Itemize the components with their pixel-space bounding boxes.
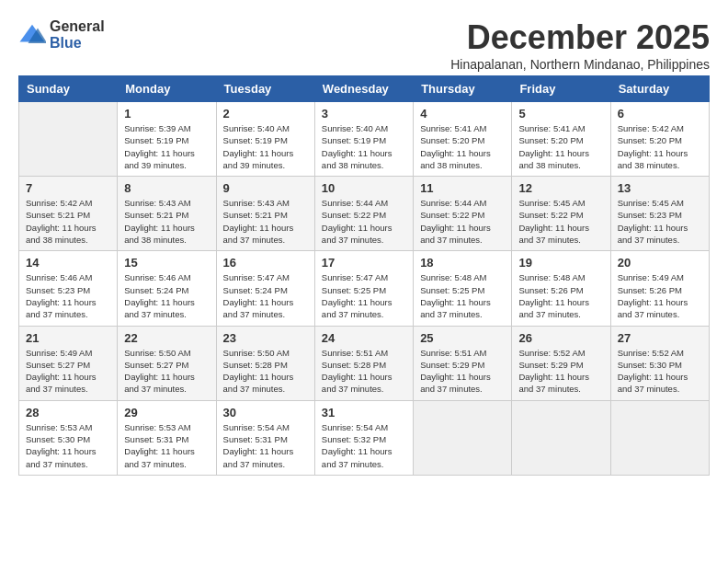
day-number: 21 [26, 331, 110, 345]
calendar-cell: 29Sunrise: 5:53 AM Sunset: 5:31 PM Dayli… [118, 400, 216, 475]
day-number: 31 [322, 406, 406, 419]
logo: General Blue [18, 18, 105, 51]
logo-blue-text: Blue [50, 35, 105, 52]
calendar-cell [19, 102, 118, 177]
calendar-cell: 23Sunrise: 5:50 AM Sunset: 5:28 PM Dayli… [216, 326, 314, 400]
calendar-cell: 17Sunrise: 5:47 AM Sunset: 5:25 PM Dayli… [314, 251, 413, 326]
day-number: 27 [618, 331, 702, 345]
cell-info: Sunrise: 5:44 AM Sunset: 5:22 PM Dayligh… [322, 197, 406, 246]
day-number: 5 [518, 107, 603, 121]
day-number: 10 [322, 181, 406, 195]
day-number: 20 [618, 256, 702, 270]
week-row-2: 7Sunrise: 5:42 AM Sunset: 5:21 PM Daylig… [19, 177, 710, 251]
calendar-cell: 2Sunrise: 5:40 AM Sunset: 5:19 PM Daylig… [216, 102, 314, 177]
calendar-cell: 19Sunrise: 5:48 AM Sunset: 5:26 PM Dayli… [512, 251, 610, 326]
calendar-cell: 31Sunrise: 5:54 AM Sunset: 5:32 PM Dayli… [314, 400, 413, 475]
day-number: 19 [518, 256, 603, 270]
calendar-cell: 20Sunrise: 5:49 AM Sunset: 5:26 PM Dayli… [610, 251, 709, 326]
header-cell-wednesday: Wednesday [314, 76, 413, 102]
day-number: 22 [124, 331, 209, 345]
day-number: 15 [124, 256, 209, 270]
day-number: 1 [124, 107, 209, 121]
calendar-cell: 14Sunrise: 5:46 AM Sunset: 5:23 PM Dayli… [19, 251, 118, 326]
header-cell-monday: Monday [118, 76, 216, 102]
calendar-cell: 30Sunrise: 5:54 AM Sunset: 5:31 PM Dayli… [216, 400, 314, 475]
calendar-cell: 28Sunrise: 5:53 AM Sunset: 5:30 PM Dayli… [19, 400, 118, 475]
cell-info: Sunrise: 5:47 AM Sunset: 5:25 PM Dayligh… [322, 271, 406, 320]
day-number: 18 [420, 256, 505, 270]
calendar-cell [512, 400, 610, 475]
calendar-cell: 22Sunrise: 5:50 AM Sunset: 5:27 PM Dayli… [118, 326, 216, 400]
calendar-cell: 26Sunrise: 5:52 AM Sunset: 5:29 PM Dayli… [512, 326, 610, 400]
cell-info: Sunrise: 5:52 AM Sunset: 5:30 PM Dayligh… [618, 347, 702, 396]
header-cell-sunday: Sunday [19, 76, 118, 102]
day-number: 9 [223, 181, 308, 195]
calendar-cell: 8Sunrise: 5:43 AM Sunset: 5:21 PM Daylig… [118, 177, 216, 251]
cell-info: Sunrise: 5:50 AM Sunset: 5:27 PM Dayligh… [124, 347, 209, 396]
title-section: December 2025 Hinapalanan, Northern Mind… [450, 18, 710, 72]
day-number: 17 [322, 256, 406, 270]
calendar-cell: 10Sunrise: 5:44 AM Sunset: 5:22 PM Dayli… [314, 177, 413, 251]
cell-info: Sunrise: 5:51 AM Sunset: 5:29 PM Dayligh… [420, 347, 505, 396]
calendar-cell: 12Sunrise: 5:45 AM Sunset: 5:22 PM Dayli… [512, 177, 610, 251]
cell-info: Sunrise: 5:41 AM Sunset: 5:20 PM Dayligh… [420, 122, 505, 171]
cell-info: Sunrise: 5:48 AM Sunset: 5:25 PM Dayligh… [420, 271, 505, 320]
cell-info: Sunrise: 5:54 AM Sunset: 5:31 PM Dayligh… [223, 421, 308, 470]
week-row-5: 28Sunrise: 5:53 AM Sunset: 5:30 PM Dayli… [19, 400, 710, 475]
header-cell-tuesday: Tuesday [216, 76, 314, 102]
cell-info: Sunrise: 5:54 AM Sunset: 5:32 PM Dayligh… [322, 421, 406, 470]
cell-info: Sunrise: 5:52 AM Sunset: 5:29 PM Dayligh… [518, 347, 603, 396]
cell-info: Sunrise: 5:49 AM Sunset: 5:26 PM Dayligh… [618, 271, 702, 320]
day-number: 16 [223, 256, 308, 270]
calendar-cell: 27Sunrise: 5:52 AM Sunset: 5:30 PM Dayli… [610, 326, 709, 400]
calendar-cell: 1Sunrise: 5:39 AM Sunset: 5:19 PM Daylig… [118, 102, 216, 177]
calendar-cell: 4Sunrise: 5:41 AM Sunset: 5:20 PM Daylig… [414, 102, 512, 177]
calendar-cell: 24Sunrise: 5:51 AM Sunset: 5:28 PM Dayli… [314, 326, 413, 400]
cell-info: Sunrise: 5:46 AM Sunset: 5:24 PM Dayligh… [124, 271, 209, 320]
day-number: 23 [223, 331, 308, 345]
cell-info: Sunrise: 5:47 AM Sunset: 5:24 PM Dayligh… [223, 271, 308, 320]
month-title: December 2025 [450, 18, 710, 57]
logo-icon [18, 21, 46, 49]
calendar-cell [414, 400, 512, 475]
logo-text: General Blue [50, 18, 105, 51]
cell-info: Sunrise: 5:43 AM Sunset: 5:21 PM Dayligh… [223, 197, 308, 246]
cell-info: Sunrise: 5:40 AM Sunset: 5:19 PM Dayligh… [223, 122, 308, 171]
header-cell-friday: Friday [512, 76, 610, 102]
header: General Blue December 2025 Hinapalanan, … [18, 18, 710, 72]
calendar-cell: 6Sunrise: 5:42 AM Sunset: 5:20 PM Daylig… [610, 102, 709, 177]
week-row-1: 1Sunrise: 5:39 AM Sunset: 5:19 PM Daylig… [19, 102, 710, 177]
cell-info: Sunrise: 5:48 AM Sunset: 5:26 PM Dayligh… [518, 271, 603, 320]
day-number: 12 [518, 181, 603, 195]
cell-info: Sunrise: 5:39 AM Sunset: 5:19 PM Dayligh… [124, 122, 209, 171]
day-number: 25 [420, 331, 505, 345]
calendar-cell: 18Sunrise: 5:48 AM Sunset: 5:25 PM Dayli… [414, 251, 512, 326]
calendar-cell: 9Sunrise: 5:43 AM Sunset: 5:21 PM Daylig… [216, 177, 314, 251]
cell-info: Sunrise: 5:49 AM Sunset: 5:27 PM Dayligh… [26, 347, 110, 396]
page-container: General Blue December 2025 Hinapalanan, … [18, 18, 710, 476]
location-title: Hinapalanan, Northern Mindanao, Philippi… [450, 57, 710, 72]
calendar-cell: 5Sunrise: 5:41 AM Sunset: 5:20 PM Daylig… [512, 102, 610, 177]
calendar-body: 1Sunrise: 5:39 AM Sunset: 5:19 PM Daylig… [19, 102, 710, 476]
day-number: 4 [420, 107, 505, 121]
calendar-cell: 13Sunrise: 5:45 AM Sunset: 5:23 PM Dayli… [610, 177, 709, 251]
cell-info: Sunrise: 5:50 AM Sunset: 5:28 PM Dayligh… [223, 347, 308, 396]
cell-info: Sunrise: 5:46 AM Sunset: 5:23 PM Dayligh… [26, 271, 110, 320]
calendar-cell: 25Sunrise: 5:51 AM Sunset: 5:29 PM Dayli… [414, 326, 512, 400]
cell-info: Sunrise: 5:41 AM Sunset: 5:20 PM Dayligh… [518, 122, 603, 171]
cell-info: Sunrise: 5:53 AM Sunset: 5:31 PM Dayligh… [124, 421, 209, 470]
logo-general-text: General [50, 18, 105, 35]
calendar-cell: 21Sunrise: 5:49 AM Sunset: 5:27 PM Dayli… [19, 326, 118, 400]
cell-info: Sunrise: 5:42 AM Sunset: 5:21 PM Dayligh… [26, 197, 110, 246]
week-row-3: 14Sunrise: 5:46 AM Sunset: 5:23 PM Dayli… [19, 251, 710, 326]
cell-info: Sunrise: 5:45 AM Sunset: 5:23 PM Dayligh… [618, 197, 702, 246]
day-number: 26 [518, 331, 603, 345]
calendar-cell: 11Sunrise: 5:44 AM Sunset: 5:22 PM Dayli… [414, 177, 512, 251]
week-row-4: 21Sunrise: 5:49 AM Sunset: 5:27 PM Dayli… [19, 326, 710, 400]
day-number: 3 [322, 107, 406, 121]
calendar-header: SundayMondayTuesdayWednesdayThursdayFrid… [19, 76, 710, 102]
cell-info: Sunrise: 5:53 AM Sunset: 5:30 PM Dayligh… [26, 421, 110, 470]
cell-info: Sunrise: 5:40 AM Sunset: 5:19 PM Dayligh… [322, 122, 406, 171]
day-number: 13 [618, 181, 702, 195]
cell-info: Sunrise: 5:51 AM Sunset: 5:28 PM Dayligh… [322, 347, 406, 396]
